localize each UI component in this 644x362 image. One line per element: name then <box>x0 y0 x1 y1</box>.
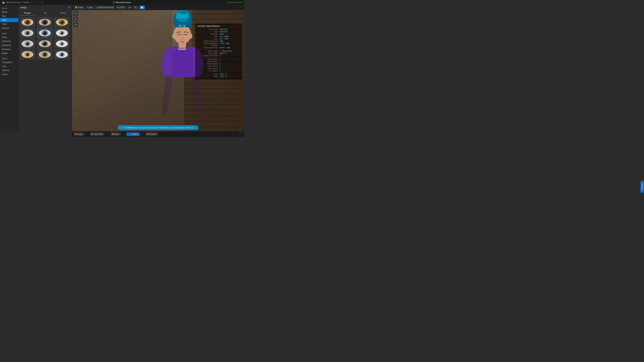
eyes-panel: EYES ✕ Presets Iris Sclera <box>18 5 72 131</box>
nav-eyes[interactable]: Eyes <box>0 18 18 22</box>
anim-fashion[interactable]: 👗 Fashion <box>126 132 140 136</box>
nav-mustache[interactable]: Mustache <box>0 47 18 51</box>
eye-preset-3[interactable] <box>20 28 35 38</box>
hotkey-row: Undo CTRL + Z <box>198 73 240 75</box>
eye-preset-8[interactable] <box>54 39 70 49</box>
anim-facerom[interactable]: Face ROM <box>90 132 104 136</box>
eye-preset-4[interactable] <box>37 28 52 38</box>
svg-point-69 <box>188 33 192 39</box>
eye-preset-0[interactable] <box>20 17 35 27</box>
sculpt-button[interactable]: 🔧 <box>133 6 138 9</box>
app-logo: ⬡ <box>113 1 115 4</box>
svg-marker-58 <box>75 23 76 24</box>
svg-point-43 <box>43 53 44 54</box>
eye-preset-11[interactable] <box>54 49 70 59</box>
bottombar: Anger ⋮ Face ROM ⋮ Anger ⋮ 👗 Fashion ⋮ S… <box>72 131 244 137</box>
svg-rect-49 <box>75 14 76 14</box>
svg-point-47 <box>60 53 62 54</box>
hair-section-header: HAIR <box>0 31 18 35</box>
render-icon: ♦ <box>96 6 98 8</box>
eye-preset-1[interactable] <box>37 17 52 27</box>
anim-surprise[interactable]: Surprise <box>146 132 158 136</box>
eye-preset-6[interactable] <box>20 39 35 49</box>
eyes-close-button[interactable]: ✕ <box>68 6 70 9</box>
paint-button[interactable]: 🖌 <box>127 6 132 9</box>
eye-preset-9[interactable] <box>20 49 35 59</box>
view-button[interactable]: ⬜ <box>139 6 145 9</box>
edit-icon[interactable]: ✏ <box>30 1 32 3</box>
svg-point-31 <box>43 42 44 43</box>
hotkey-row: Reset Sculpt Point SHIFT + LMB <box>198 47 240 49</box>
undo-button[interactable]: ↩ <box>36 1 39 4</box>
eye-preset-5[interactable] <box>54 28 70 38</box>
breadcrumb: My MetaHumans / Hadley <box>6 1 29 3</box>
hotkey-row: Reset Lights SHIFT + L <box>198 52 240 54</box>
nav-bottoms[interactable]: Bottoms <box>0 68 18 72</box>
figure-button[interactable] <box>73 16 78 21</box>
info-icon[interactable]: ℹ <box>34 1 34 3</box>
viewport[interactable]: ⚠ This MetaHuman uses grooms currently i… <box>72 10 244 131</box>
lighting-button[interactable]: 💡 Indoor <box>74 6 85 9</box>
nav-eyebrows[interactable]: Eyebrows <box>0 39 18 43</box>
face-section-header: FACE <box>0 6 18 10</box>
hotkey-row: Torso Camera 3 <box>198 63 240 65</box>
redo-button[interactable]: ↪ <box>40 1 44 4</box>
nav-proportions[interactable]: Proportions <box>0 60 18 64</box>
facerom-dot <box>92 133 93 135</box>
anger2-label: Anger <box>114 133 119 135</box>
topbar-center: ⬡ MetaHuman <box>113 1 131 4</box>
skull-button[interactable] <box>73 11 78 16</box>
anger2-menu-button[interactable]: ⋮ <box>122 133 126 135</box>
nav-makeup[interactable]: Makeup <box>0 26 18 30</box>
app-title: MetaHuman <box>116 1 131 4</box>
nav-blend[interactable]: Blend <box>0 10 18 14</box>
svg-point-27 <box>26 42 27 43</box>
sculpt-icon: 🔧 <box>134 6 137 8</box>
move-button[interactable] <box>73 22 78 27</box>
nav-teeth[interactable]: Teeth <box>0 22 18 26</box>
topbar: 🤖 My MetaHumans / Hadley ✏ ℹ ↩ ↪ ⬡ MetaH… <box>0 0 244 5</box>
save-status-text: All changes saved <box>227 1 242 3</box>
svg-rect-50 <box>76 14 76 14</box>
hotkey-row: Rotate Lights L + Mouse Move <box>198 50 240 52</box>
anim-anger1[interactable]: Anger <box>74 132 84 136</box>
hotkey-row: Pan/Orbit MMB <box>198 33 240 35</box>
lod-button[interactable]: ◈ LOD 0 <box>116 6 126 9</box>
viewport-topbar: 💡 Indoor ▪ Legs ♦ High (Ray Traced) ◈ LO… <box>72 5 244 10</box>
tab-sclera[interactable]: Sclera <box>54 11 72 16</box>
svg-point-19 <box>43 31 44 33</box>
tab-presets[interactable]: Presets <box>18 11 36 16</box>
expand-button[interactable]: ⛶ <box>239 133 243 136</box>
nav-eyelashes[interactable]: Eyelashes <box>0 43 18 47</box>
svg-line-55 <box>76 19 76 20</box>
anger1-menu-button[interactable]: ⋮ <box>85 133 89 135</box>
facerom-menu-button[interactable]: ⋮ <box>106 133 109 135</box>
facerom-label: Face ROM <box>94 133 102 135</box>
eye-preset-2[interactable] <box>54 17 70 27</box>
hotkey-row: Move Sculpt Point LMB <box>198 40 240 42</box>
render-button[interactable]: ♦ High (Ray Traced) <box>95 6 115 9</box>
lod-icon: ◈ <box>117 6 118 8</box>
nav-tops[interactable]: Tops <box>0 64 18 68</box>
hotkey-row: Redo CTRL + Y <box>198 76 240 77</box>
fashion-menu-button[interactable]: ⋮ <box>141 133 144 135</box>
surprise-menu-button[interactable]: ⋮ <box>159 133 163 135</box>
nav-skin[interactable]: Skin <box>0 14 18 18</box>
eye-preset-7[interactable] <box>37 39 52 49</box>
check-icon: ✓ <box>225 1 226 3</box>
svg-point-23 <box>60 31 62 33</box>
indoor-icon: 💡 <box>75 6 77 8</box>
tab-iris[interactable]: Iris <box>36 11 54 16</box>
svg-point-7 <box>43 21 44 22</box>
svg-marker-59 <box>75 25 76 26</box>
hotkey-row: Pan ALT + MMB <box>198 35 240 37</box>
nav-shoes[interactable]: Shoes <box>0 72 18 76</box>
topbar-left: 🤖 My MetaHumans / Hadley ✏ ℹ ↩ ↪ <box>2 1 44 4</box>
eye-preset-10[interactable] <box>37 49 52 59</box>
nav-head[interactable]: Head <box>0 35 18 39</box>
anim-anger2[interactable]: Anger <box>110 132 121 136</box>
svg-point-48 <box>75 12 76 14</box>
warning-icon: ⚠ <box>121 126 123 129</box>
camera-button[interactable]: ▪ Legs <box>86 6 94 9</box>
nav-beard[interactable]: Beard <box>0 51 18 55</box>
